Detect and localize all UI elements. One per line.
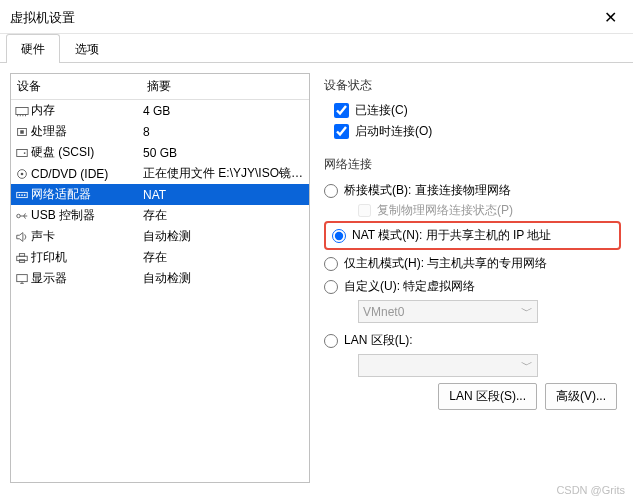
- list-header: 设备 摘要: [11, 74, 309, 100]
- cd-icon: [11, 168, 29, 180]
- bridged-label: 桥接模式(B): 直接连接物理网络: [344, 182, 511, 199]
- net-icon: [11, 189, 29, 201]
- lansegment-label: LAN 区段(L):: [344, 332, 413, 349]
- nat-highlight-box: NAT 模式(N): 用于共享主机的 IP 地址: [324, 221, 621, 250]
- memory-icon: [11, 105, 29, 117]
- device-summary: 自动检测: [137, 228, 309, 245]
- network-title: 网络连接: [324, 156, 621, 173]
- device-row-memory[interactable]: 内存4 GB: [11, 100, 309, 121]
- svg-point-10: [21, 172, 24, 175]
- hostonly-radio[interactable]: [324, 257, 338, 271]
- radio-hostonly[interactable]: 仅主机模式(H): 与主机共享的专用网络: [324, 252, 621, 275]
- device-row-cpu[interactable]: 处理器8: [11, 121, 309, 142]
- device-summary: 自动检测: [137, 270, 309, 287]
- radio-custom[interactable]: 自定义(U): 特定虚拟网络: [324, 275, 621, 298]
- status-title: 设备状态: [324, 77, 621, 94]
- connected-label: 已连接(C): [355, 102, 408, 119]
- device-label: 硬盘 (SCSI): [29, 144, 137, 161]
- device-summary: 存在: [137, 207, 309, 224]
- bridged-radio[interactable]: [324, 184, 338, 198]
- chevron-down-icon: ﹀: [521, 357, 533, 374]
- device-label: 网络适配器: [29, 186, 137, 203]
- vmnet-value: VMnet0: [363, 305, 404, 319]
- device-list[interactable]: 设备 摘要 内存4 GB处理器8硬盘 (SCSI)50 GBCD/DVD (ID…: [10, 73, 310, 483]
- radio-bridged[interactable]: 桥接模式(B): 直接连接物理网络: [324, 179, 621, 202]
- cpu-icon: [11, 126, 29, 138]
- svg-rect-0: [16, 107, 28, 114]
- device-row-disk[interactable]: 硬盘 (SCSI)50 GB: [11, 142, 309, 163]
- radio-nat[interactable]: NAT 模式(N): 用于共享主机的 IP 地址: [332, 227, 613, 244]
- lan-segments-button[interactable]: LAN 区段(S)...: [438, 383, 537, 410]
- replicate-checkbox: [358, 204, 371, 217]
- svg-point-14: [24, 194, 26, 196]
- chevron-down-icon: ﹀: [521, 303, 533, 320]
- custom-label: 自定义(U): 特定虚拟网络: [344, 278, 475, 295]
- device-label: 内存: [29, 102, 137, 119]
- network-connection-section: 网络连接 桥接模式(B): 直接连接物理网络 复制物理网络连接状态(P) NAT…: [324, 156, 621, 410]
- device-label: 打印机: [29, 249, 137, 266]
- sound-icon: [11, 231, 29, 243]
- lansegment-dropdown: ﹀: [358, 354, 538, 377]
- header-summary: 摘要: [141, 78, 309, 95]
- display-icon: [11, 273, 29, 285]
- hostonly-label: 仅主机模式(H): 与主机共享的专用网络: [344, 255, 547, 272]
- device-row-printer[interactable]: 打印机存在: [11, 247, 309, 268]
- device-label: 处理器: [29, 123, 137, 140]
- header-device: 设备: [11, 78, 141, 95]
- device-label: CD/DVD (IDE): [29, 167, 137, 181]
- watermark: CSDN @Grits: [556, 484, 625, 496]
- nat-label: NAT 模式(N): 用于共享主机的 IP 地址: [352, 227, 551, 244]
- poweron-label: 启动时连接(O): [355, 123, 432, 140]
- svg-rect-22: [17, 274, 28, 281]
- replicate-option: 复制物理网络连接状态(P): [324, 202, 621, 219]
- radio-lansegment[interactable]: LAN 区段(L):: [324, 329, 621, 352]
- svg-point-8: [24, 152, 26, 154]
- tab-options[interactable]: 选项: [60, 34, 114, 63]
- device-status-section: 设备状态 已连接(C) 启动时连接(O): [324, 77, 621, 142]
- device-summary: 50 GB: [137, 146, 309, 160]
- device-summary: 存在: [137, 249, 309, 266]
- vmnet-dropdown: VMnet0 ﹀: [358, 300, 538, 323]
- usb-icon: [11, 210, 29, 222]
- checkbox-poweron[interactable]: 启动时连接(O): [324, 121, 621, 142]
- device-summary: 4 GB: [137, 104, 309, 118]
- device-row-net[interactable]: 网络适配器NAT: [11, 184, 309, 205]
- checkbox-connected[interactable]: 已连接(C): [324, 100, 621, 121]
- svg-rect-7: [17, 149, 28, 156]
- tab-hardware[interactable]: 硬件: [6, 34, 60, 63]
- device-row-display[interactable]: 显示器自动检测: [11, 268, 309, 289]
- svg-point-15: [17, 214, 21, 218]
- svg-rect-20: [19, 253, 24, 256]
- close-icon[interactable]: ✕: [598, 8, 623, 27]
- printer-icon: [11, 252, 29, 264]
- device-summary: 8: [137, 125, 309, 139]
- window-title: 虚拟机设置: [10, 9, 75, 27]
- connected-checkbox[interactable]: [334, 103, 349, 118]
- svg-rect-6: [20, 130, 24, 134]
- device-label: 声卡: [29, 228, 137, 245]
- svg-point-13: [21, 194, 23, 196]
- advanced-button[interactable]: 高级(V)...: [545, 383, 617, 410]
- device-row-usb[interactable]: USB 控制器存在: [11, 205, 309, 226]
- nat-radio[interactable]: [332, 229, 346, 243]
- lansegment-radio[interactable]: [324, 334, 338, 348]
- custom-radio[interactable]: [324, 280, 338, 294]
- device-row-cd[interactable]: CD/DVD (IDE)正在使用文件 E:\YJY\ISO镜像\...: [11, 163, 309, 184]
- tab-bar: 硬件 选项: [0, 34, 633, 63]
- svg-point-12: [19, 194, 21, 196]
- device-summary: NAT: [137, 188, 309, 202]
- device-label: 显示器: [29, 270, 137, 287]
- device-label: USB 控制器: [29, 207, 137, 224]
- device-summary: 正在使用文件 E:\YJY\ISO镜像\...: [137, 165, 309, 182]
- disk-icon: [11, 147, 29, 159]
- device-row-sound[interactable]: 声卡自动检测: [11, 226, 309, 247]
- replicate-label: 复制物理网络连接状态(P): [377, 202, 513, 219]
- poweron-checkbox[interactable]: [334, 124, 349, 139]
